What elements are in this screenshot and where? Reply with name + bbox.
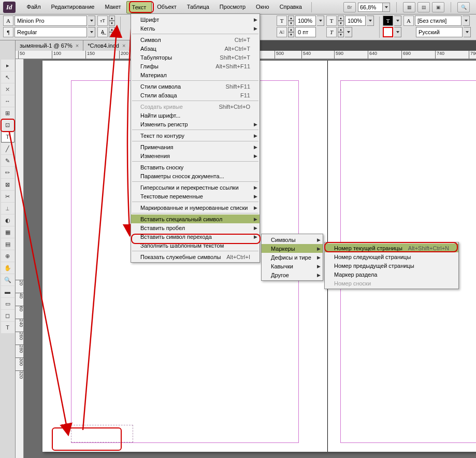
tool-4[interactable]: ⊞: [1, 107, 15, 119]
document-tab-1[interactable]: *Слов4.indd×: [83, 40, 130, 51]
dd-sub1-item-1[interactable]: Маркеры▶: [262, 244, 323, 253]
skew-dropdown[interactable]: [345, 27, 352, 37]
dd-main-item-7[interactable]: Материал: [131, 70, 259, 79]
tool-14[interactable]: ▦: [1, 226, 15, 238]
font-style-dropdown[interactable]: [88, 27, 95, 37]
screenmode-button-2[interactable]: ▤: [417, 2, 430, 12]
tab-close-icon[interactable]: ×: [122, 42, 125, 49]
baseline-input[interactable]: 0 пт: [295, 27, 316, 37]
tool-16[interactable]: ⊕: [1, 250, 15, 262]
dd-main-item-0[interactable]: Шрифт▶: [131, 15, 259, 24]
dd-main-item-29[interactable]: Вставить специальный символ▶: [131, 214, 259, 223]
tool-21[interactable]: ◻: [1, 310, 15, 321]
menu-item-3[interactable]: Текст: [126, 1, 152, 13]
tool-18[interactable]: 🔍: [1, 274, 15, 285]
tool-13[interactable]: ◐: [1, 214, 15, 226]
tool-8[interactable]: ✎: [1, 155, 15, 166]
menu-item-2[interactable]: Макет: [99, 1, 126, 13]
charstyle-input[interactable]: [Без стиля]: [415, 16, 461, 26]
font-family-input[interactable]: Minion Pro: [15, 16, 87, 26]
page-number-text-frame[interactable]: [71, 425, 133, 442]
dd-sub1-item-0[interactable]: Символы▶: [262, 235, 323, 244]
char-mode-icon[interactable]: A: [3, 16, 13, 26]
dd-main-item-14[interactable]: Изменить регистр▶: [131, 120, 259, 128]
bridge-button[interactable]: Br: [343, 2, 356, 12]
menu-item-7[interactable]: Окно: [251, 1, 275, 13]
language-dropdown[interactable]: [464, 27, 471, 37]
tool-20[interactable]: ▭: [1, 298, 15, 309]
menu-item-8[interactable]: Справка: [275, 1, 307, 13]
dd-main-item-6[interactable]: ГлифыAlt+Shift+F11: [131, 62, 259, 70]
menu-item-4[interactable]: Объект: [152, 1, 181, 13]
menu-item-6[interactable]: Просмотр: [214, 1, 251, 13]
dd-main-item-19[interactable]: Изменения▶: [131, 151, 259, 160]
tool-22[interactable]: T: [1, 322, 15, 333]
menu-item-0[interactable]: Файл: [22, 1, 46, 13]
search-button[interactable]: 🔍: [457, 2, 470, 12]
dd-main-item-18[interactable]: Примечания▶: [131, 142, 259, 151]
dd-sub2-item-2[interactable]: Номер предыдущей страницы: [325, 261, 458, 270]
tool-19[interactable]: ▬: [1, 286, 15, 297]
hscale-spinner[interactable]: ▲▼: [288, 16, 294, 26]
dd-main-item-24[interactable]: Гиперссылки и перекрестные ссылки▶: [131, 183, 259, 192]
vscale-dropdown[interactable]: [367, 16, 374, 26]
dd-sub2-item-1[interactable]: Номер следующей страницы: [325, 252, 458, 261]
zoom-input[interactable]: 66,8%: [358, 3, 383, 12]
vscale-input[interactable]: 100%: [345, 16, 366, 26]
dd-main-item-34[interactable]: Показать служебные символыAlt+Ctrl+I: [131, 252, 259, 261]
skew-spinner[interactable]: ▲▼: [338, 27, 344, 37]
tool-11[interactable]: ✂: [1, 191, 15, 202]
dd-sub1-item-3[interactable]: Кавычки▶: [262, 262, 323, 270]
dd-main-item-3[interactable]: СимволCtrl+T: [131, 35, 259, 44]
dd-main-item-16[interactable]: Текст по контуру▶: [131, 131, 259, 140]
dd-main-item-22[interactable]: Параметры сносок документа...: [131, 171, 259, 180]
dd-main-item-21[interactable]: Вставить сноску: [131, 163, 259, 171]
document-tab-0[interactable]: зымянный-1 @ 67%×: [16, 40, 83, 51]
fill-dropdown[interactable]: [394, 16, 401, 26]
charstyle-dropdown[interactable]: [463, 16, 470, 26]
hscale-dropdown[interactable]: [317, 16, 324, 26]
tool-3[interactable]: ↔: [1, 95, 15, 107]
tool-0[interactable]: ▸: [1, 60, 15, 71]
font-style-input[interactable]: Regular: [15, 27, 87, 37]
menu-item-1[interactable]: Редактирование: [46, 1, 100, 13]
dd-main-item-4[interactable]: АбзацAlt+Ctrl+T: [131, 44, 259, 53]
language-input[interactable]: Русский: [416, 27, 463, 37]
dd-sub2-item-3[interactable]: Маркер раздела: [325, 270, 458, 279]
dd-sub1-item-2[interactable]: Дефисы и тире▶: [262, 253, 323, 262]
screenmode-button-3[interactable]: ▣: [432, 2, 444, 12]
screenmode-button-1[interactable]: ▦: [403, 2, 415, 12]
dd-main-item-31[interactable]: Вставить символ перехода▶: [131, 232, 259, 241]
dd-main-item-10[interactable]: Стили абзацаF11: [131, 91, 259, 99]
baseline-spinner[interactable]: ▲▼: [288, 27, 294, 37]
tool-6[interactable]: T: [1, 131, 15, 142]
dd-main-item-25[interactable]: Текстовые переменные▶: [131, 192, 259, 201]
dd-main-item-9[interactable]: Стили символаShift+F11: [131, 82, 259, 91]
tool-7[interactable]: ╱: [1, 143, 15, 154]
stroke-dropdown[interactable]: [394, 27, 401, 37]
hscale-input[interactable]: 100%: [295, 16, 316, 26]
dd-main-item-32[interactable]: Заполнить шаблонным текстом: [131, 241, 259, 250]
dd-main-item-27[interactable]: Маркированные и нумерованные списки▶: [131, 203, 259, 212]
dd-sub1-item-4[interactable]: Другое▶: [262, 270, 323, 279]
fill-icon[interactable]: T: [383, 16, 393, 26]
tool-1[interactable]: ↖: [1, 71, 15, 83]
tool-2[interactable]: ⤫: [1, 83, 15, 95]
dd-main-item-30[interactable]: Вставить пробел▶: [131, 223, 259, 232]
tool-10[interactable]: ⊠: [1, 179, 15, 190]
tool-12[interactable]: ⟂: [1, 203, 15, 214]
font-family-dropdown[interactable]: [88, 16, 95, 26]
tool-17[interactable]: ✋: [1, 262, 15, 274]
tab-close-icon[interactable]: ×: [76, 42, 79, 49]
size-spinner[interactable]: ▲▼: [109, 16, 115, 26]
dd-main-item-5[interactable]: ТабуляторыShift+Ctrl+T: [131, 53, 259, 62]
vscale-spinner[interactable]: ▲▼: [338, 16, 344, 26]
menu-item-5[interactable]: Таблица: [182, 1, 214, 13]
dd-main-item-1[interactable]: Кегль▶: [131, 24, 259, 33]
tool-5[interactable]: ⊡: [1, 119, 15, 131]
tool-15[interactable]: ▤: [1, 238, 15, 250]
dd-main-item-13[interactable]: Найти шрифт...: [131, 111, 259, 120]
stroke-icon[interactable]: [383, 27, 393, 37]
zoom-dropdown[interactable]: [383, 3, 390, 12]
tool-9[interactable]: ✏: [1, 167, 15, 178]
